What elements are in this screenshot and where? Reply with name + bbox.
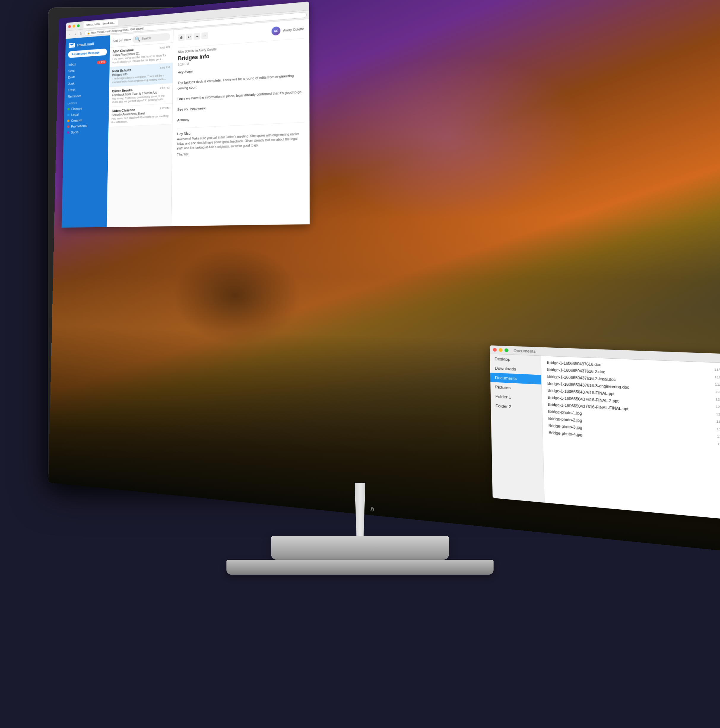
creative-dot — [67, 119, 69, 122]
email-time-2: 4:12 PM — [160, 86, 170, 90]
legal-label: Legal — [71, 113, 79, 116]
file-list: Bridge-1-1606650437616.doc 11/30/2020 14… — [541, 356, 720, 525]
monitor-stand — [271, 536, 449, 560]
browser-minimize-button[interactable] — [72, 24, 75, 28]
sent-label: Sent — [68, 69, 75, 73]
email-sign-off: See you next week! — [177, 100, 304, 113]
browser-tab-label: SMAIL.MAIL - Email Inb... — [86, 21, 115, 26]
email-reader: 🗑 ↩ ↪ ··· AC Avery Colette — [171, 19, 309, 226]
fm-documents-label: Documents — [495, 375, 517, 381]
email-time-0: 5:06 PM — [160, 46, 170, 49]
search-box[interactable]: 🔍 — [132, 33, 170, 43]
file-date: 12/12/2020 — [716, 412, 720, 418]
file-date: 12/8/2020 — [715, 397, 720, 403]
fm-minimize-button[interactable] — [499, 348, 502, 352]
browser-back-button[interactable]: ‹ — [68, 32, 72, 37]
svg-text:ℌ: ℌ — [370, 506, 375, 512]
email-list: Sort by Date ▾ 🔍 Allie Christine 5:06 PM — [107, 30, 174, 227]
search-input[interactable] — [142, 35, 165, 40]
legal-dot — [67, 114, 70, 116]
compose-label: ✎ Compose Message — [71, 51, 100, 56]
email-time-3: 3:47 PM — [159, 107, 169, 110]
trash-label: Trash — [68, 88, 76, 92]
browser-maximize-button[interactable] — [77, 24, 80, 27]
social-dot — [67, 132, 69, 134]
sort-button[interactable]: Sort by Date ▾ — [113, 38, 131, 43]
browser-window[interactable]: SMAIL.MAIL - Email Inb... ‹ › ↻ 🔒 https:… — [61, 2, 309, 228]
promotional-dot — [67, 125, 69, 128]
promotional-label: Promotional — [71, 124, 87, 128]
browser-refresh-button[interactable]: ↻ — [79, 31, 83, 36]
file-date: 11/2/2020 — [717, 434, 720, 440]
file-date: 11/2/2020 — [717, 442, 720, 448]
email-actions-toolbar: 🗑 ↩ ↪ ··· — [178, 32, 208, 41]
email-item-3[interactable]: Jaden Christian 3:47 PM Security Awarene… — [109, 104, 172, 127]
finance-label: Finance — [71, 107, 82, 111]
reminder-label: Reminder — [68, 94, 81, 98]
fm-pictures-label: Pictures — [495, 385, 511, 390]
reply-button[interactable]: ↩ — [186, 34, 192, 41]
monitor-bezel: SMAIL.MAIL - Email Inb... ‹ › ↻ 🔒 https:… — [48, 8, 672, 483]
open-email-time: 5:16 PM — [178, 62, 189, 66]
browser-close-button[interactable] — [68, 25, 71, 28]
social-label: Social — [71, 130, 79, 134]
creative-label: Creative — [71, 118, 83, 122]
file-manager[interactable]: Documents Desktop Downloads Documents — [490, 345, 720, 525]
avatar-initials: AC — [274, 29, 278, 33]
forward-button[interactable]: ↪ — [193, 33, 200, 40]
monitor-wrapper: SMAIL.MAIL - Email Inb... ‹ › ↻ 🔒 https:… — [34, 8, 686, 720]
monitor-base — [227, 560, 493, 575]
inbox-badge: 1,939 — [97, 60, 106, 64]
fm-folder2-label: Folder 2 — [495, 404, 512, 409]
junk-label: Junk — [68, 82, 75, 86]
file-date: 11/2/2020 — [716, 419, 720, 426]
fm-close-button[interactable] — [493, 348, 496, 352]
email-body-para-1: The bridges deck is complete. There will… — [178, 72, 304, 91]
email-signature: Anthony — [177, 111, 304, 123]
fm-desktop-label: Desktop — [495, 356, 510, 362]
email-reply-section: Hey Nico, Awesome! Make sure you call in… — [177, 122, 304, 156]
fm-maximize-button[interactable] — [504, 348, 509, 352]
file-date: 11/30/2020 — [715, 382, 720, 388]
browser-forward-button[interactable]: › — [73, 32, 77, 36]
email-sidebar: smail.mail ✎ Compose Message Inbox 1,939… — [61, 35, 110, 228]
recipient-info: AC Avery Colette — [271, 24, 304, 35]
file-date: 11/30/2020 — [714, 375, 720, 381]
delete-button[interactable]: 🗑 — [178, 34, 185, 41]
more-actions-button[interactable]: ··· — [201, 32, 208, 39]
fm-downloads-label: Downloads — [495, 366, 516, 372]
email-body-para-2: Once we have the information in place, l… — [178, 89, 304, 102]
monitor-brand-label: ℌ — [370, 505, 381, 514]
file-date: 11/2/2020 — [717, 427, 720, 433]
inbox-label: Inbox — [68, 62, 76, 66]
email-app: smail.mail ✎ Compose Message Inbox 1,939… — [61, 19, 309, 228]
monitor-screen: SMAIL.MAIL - Email Inb... ‹ › ↻ 🔒 https:… — [48, 0, 720, 560]
avatar: AC — [271, 26, 280, 36]
secure-lock-icon: 🔒 — [87, 31, 90, 35]
fm-window-title: Documents — [513, 348, 536, 353]
file-date: 12/2/2020 — [715, 390, 720, 395]
email-logo-text: smail.mail — [77, 41, 94, 47]
search-icon: 🔍 — [135, 36, 141, 42]
email-item-2[interactable]: Oliver Brooks 4:12 PM Feedback from Evan… — [109, 83, 173, 107]
file-manager-sidebar: Desktop Downloads Documents Pictures Fol — [490, 354, 545, 503]
file-date: 11/30/2020 — [714, 367, 720, 373]
finance-dot — [67, 108, 70, 110]
file-manager-content: Desktop Downloads Documents Pictures Fol — [490, 354, 720, 525]
draft-label: Draft — [68, 75, 75, 79]
fm-folder1-label: Folder 1 — [495, 394, 512, 399]
file-date: 12/9/2020 — [715, 405, 720, 411]
email-body: Hey Avery, The bridges deck is complete.… — [177, 61, 304, 124]
avatar-name: Avery Colette — [283, 27, 304, 32]
email-time-1: 5:01 PM — [160, 66, 170, 69]
email-logo-icon — [69, 43, 75, 48]
